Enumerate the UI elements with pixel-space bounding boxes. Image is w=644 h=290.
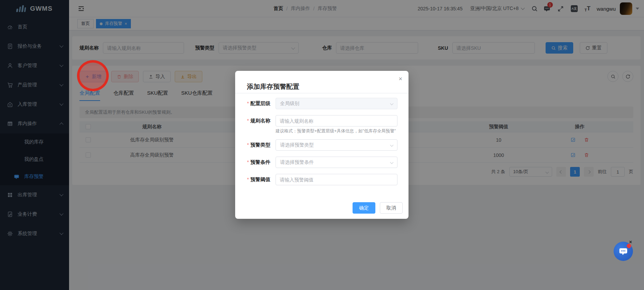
rule-name-dialog-input[interactable] (276, 115, 397, 127)
add-alert-dialog: × 添加库存预警配置 *配置层级 全局级别 *规则名称 建议格式：预警类型+配置… (235, 71, 408, 219)
screen: GWMS 首页 报价与业务 客户管理 产品管理 入库管理 库内操作 (0, 0, 644, 290)
alert-threshold-input[interactable] (276, 174, 397, 185)
field-alert-type: *预警类型 请选择预警类型 (235, 139, 408, 151)
field-alert-threshold: *预警阈值 (235, 174, 408, 185)
config-level-select[interactable]: 全局级别 (276, 98, 397, 109)
chat-bubble-icon (618, 246, 628, 256)
confirm-button[interactable]: 确定 (353, 202, 375, 214)
dialog-buttons: 确定 取消 (353, 202, 403, 214)
chevron-down-icon (390, 143, 394, 147)
field-rule-name: *规则名称 (235, 115, 408, 127)
red-circle-annotation (77, 60, 109, 91)
close-icon[interactable]: × (398, 76, 402, 82)
dialog-divider (235, 93, 408, 93)
alert-condition-select[interactable]: 请选择预警条件 (276, 157, 397, 168)
alert-type-dialog-select[interactable]: 请选择预警类型 (276, 139, 397, 151)
rule-name-hint: 建议格式：预警类型+配置层级+具体信息，如"低库存全局预警" (276, 128, 396, 134)
dialog-title: 添加库存预警配置 (247, 82, 299, 91)
field-alert-condition: *预警条件 请选择预警条件 (235, 157, 408, 168)
chat-close-icon[interactable]: × (629, 239, 632, 245)
field-config-level: *配置层级 全局级别 (235, 98, 408, 109)
chevron-down-icon (390, 161, 394, 164)
cancel-button[interactable]: 取消 (380, 202, 403, 214)
chevron-down-icon (390, 102, 394, 105)
